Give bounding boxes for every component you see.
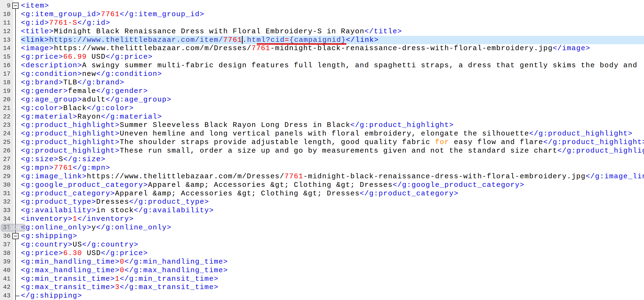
fold-margin (13, 44, 21, 53)
line-number: 16 (0, 61, 13, 70)
fold-margin (13, 266, 21, 275)
watermark-badge: 10/26 (1, 224, 26, 232)
code-line[interactable]: 36<g:shipping> (0, 232, 644, 240)
code-line[interactable]: 16<description>A swingy summer multi-fab… (0, 61, 644, 70)
code-line-text: </g:shipping> (21, 292, 644, 300)
code-line[interactable]: 31<g:product_category>Apparel &amp; Acce… (0, 190, 644, 198)
code-line[interactable]: 19<g:gender>female</g:gender> (0, 87, 644, 96)
code-line-text: <g:max_handling_time>0</g:max_handling_t… (21, 266, 644, 275)
code-token: 7761 (224, 36, 242, 44)
line-number: 26 (0, 147, 13, 155)
code-token: </link> (346, 36, 379, 44)
code-line[interactable]: 9<item> (0, 2, 644, 10)
code-token: </g:price> (106, 53, 152, 61)
code-line-text: <g:product_type>Dresses</g:product_type> (21, 198, 644, 206)
code-token: </g:image_link> (586, 172, 644, 180)
code-line[interactable]: 23<g:product_highlight>Summer Sleeveless… (0, 121, 644, 130)
code-line[interactable]: 12<title>Midnight Black Renaissance Dres… (0, 27, 644, 36)
xml-editor[interactable]: 9<item>10<g:item_group_id>7761</g:item_g… (0, 0, 644, 300)
code-line[interactable]: 39<g:min_handling_time>0</g:min_handling… (0, 258, 644, 266)
code-token: </g:color> (87, 104, 134, 112)
code-token: <g:price> (21, 53, 63, 61)
code-line[interactable]: 24<g:product_highlight>Uneven hemline an… (0, 130, 644, 138)
code-line[interactable]: 38<g:price>6.30 USD</g:price> (0, 249, 644, 258)
code-line[interactable]: 32<g:product_type>Dresses</g:product_typ… (0, 198, 644, 206)
line-number: 19 (0, 87, 13, 96)
code-line[interactable]: 33<g:availability>in stock</g:availabili… (0, 206, 644, 215)
fold-margin (13, 283, 21, 292)
code-line[interactable]: 11<g:id>7761-S</g:id> (0, 19, 644, 27)
code-line[interactable]: 40<g:max_handling_time>0</g:max_handling… (0, 266, 644, 275)
code-token: <g:material> (21, 113, 78, 121)
line-number: 15 (0, 53, 13, 61)
code-line[interactable]: 37<g:country>US</g:country> (0, 240, 644, 249)
code-token: </g:item_group_id> (120, 10, 204, 18)
code-line[interactable]: 42<g:max_transit_time>3</g:max_transit_t… (0, 283, 644, 292)
code-token: S (58, 155, 63, 163)
code-line[interactable]: 15<g:price>66.99 USD</g:price> (0, 53, 644, 61)
fold-margin (13, 70, 21, 78)
code-line[interactable]: 28<g:mpn>7761</g:mpn> (0, 164, 644, 172)
code-line[interactable]: 41<g:min_transit_time>1</g:min_transit_t… (0, 275, 644, 283)
code-line-text: <g:product_highlight>Summer Sleeveless B… (21, 121, 644, 130)
line-number: 20 (0, 96, 13, 104)
line-number: 23 (0, 121, 13, 130)
code-line[interactable]: 29<g:image_link>https://www.thelittlebaz… (0, 172, 644, 181)
code-token: {campaignid} (290, 36, 346, 44)
code-line-text: <g:availability>in stock</g:availability… (21, 206, 644, 215)
code-line[interactable]: 17<g:condition>new</g:condition> (0, 70, 644, 78)
code-token: <g:gender> (21, 87, 68, 95)
code-token: </g:max_handling_time> (124, 266, 228, 274)
code-token: 7761-S (49, 19, 78, 27)
code-line[interactable]: 21<g:color>Black</g:color> (0, 104, 644, 113)
fold-toggle[interactable] (12, 2, 18, 9)
fold-margin (13, 19, 21, 27)
code-line-text: <g:price>66.99 USD</g:price> (21, 53, 644, 61)
code-line[interactable]: 22<g:material>Rayon</g:material> (0, 113, 644, 121)
line-number: 17 (0, 70, 13, 78)
line-number: 30 (0, 181, 13, 190)
code-area[interactable]: 9<item>10<g:item_group_id>7761</g:item_g… (0, 2, 644, 300)
code-token: 0 (120, 266, 124, 274)
code-line-text: <g:min_transit_time>1</g:min_transit_tim… (21, 275, 644, 283)
line-number: 29 (0, 172, 13, 181)
line-number: 34 (0, 215, 13, 224)
code-token: <g:product_highlight> (21, 121, 120, 129)
code-token: </g:product_highlight> (543, 138, 644, 146)
code-token: TLB (63, 78, 77, 86)
fold-margin (13, 130, 21, 138)
fold-margin (13, 249, 21, 258)
fold-toggle[interactable] (12, 233, 18, 239)
code-line[interactable]: 14<image>https://www.thelittlebazaar.com… (0, 44, 644, 53)
code-line-text: <g:material>Rayon</g:material> (21, 113, 644, 121)
code-line[interactable]: 27<g:size>S</g:size> (0, 155, 644, 164)
code-line-text: <g:product_highlight>These run small, or… (21, 147, 644, 155)
code-token: <g:id> (21, 19, 49, 27)
code-line[interactable]: 10<g:item_group_id>7761</g:item_group_id… (0, 10, 644, 19)
code-token: </g:product_highlight> (558, 147, 644, 155)
fold-margin (13, 232, 21, 240)
code-line[interactable]: 30<g:google_product_category>Apparel &am… (0, 181, 644, 190)
line-number: 31 (0, 190, 13, 198)
code-line[interactable]: 18<g:brand>TLB</g:brand> (0, 78, 644, 87)
code-line[interactable]: 35<g:online_only>y</g:online_only> (0, 224, 644, 232)
code-token: 3 (115, 283, 120, 291)
line-number: 9 (0, 2, 13, 10)
code-token: </g:online_only> (96, 224, 172, 232)
code-token: </title> (364, 27, 402, 36)
code-token: </g:condition> (96, 70, 162, 78)
code-token: cid (271, 36, 285, 44)
code-token: </g:product_highlight> (529, 130, 633, 138)
code-line-text: <g:color>Black</g:color> (21, 104, 644, 113)
line-number: 40 (0, 266, 13, 275)
code-line[interactable]: 20<g:age_group>adult</g:age_group> (0, 96, 644, 104)
fold-margin (13, 215, 21, 224)
code-token: <image> (21, 44, 54, 52)
code-line[interactable]: 43</g:shipping> (0, 292, 644, 300)
code-line[interactable]: 25<g:product_highlight>The shoulder stra… (0, 138, 644, 147)
code-line[interactable]: 34<inventory>1</inventory> (0, 215, 644, 224)
code-token: </g:product_type> (129, 198, 209, 206)
code-line[interactable]: 26<g:product_highlight>These run small, … (0, 147, 644, 155)
code-token: easy flow and flare (449, 138, 543, 146)
code-token: </g:product_category> (360, 190, 459, 198)
